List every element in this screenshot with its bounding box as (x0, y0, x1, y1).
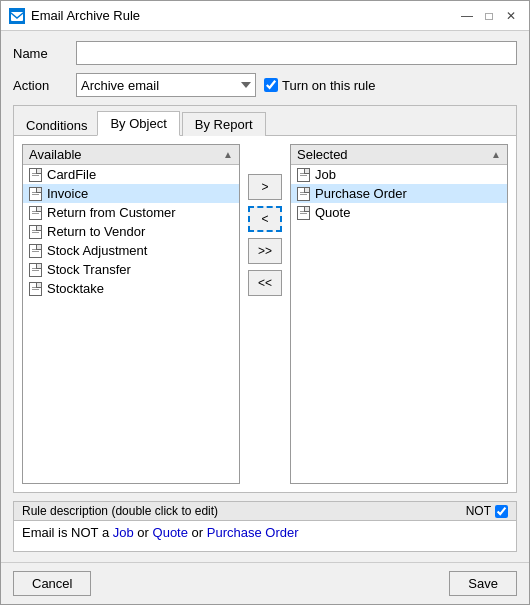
list-item[interactable]: Return to Vendor (23, 222, 239, 241)
selected-header-label: Selected (297, 147, 348, 162)
doc-icon (27, 225, 43, 239)
title-bar: Email Archive Rule — □ ✕ (1, 1, 529, 31)
footer: Cancel Save (1, 562, 529, 604)
tab-by-report[interactable]: By Report (182, 112, 266, 136)
item-label: Quote (315, 205, 350, 220)
main-window: Email Archive Rule — □ ✕ Name Action Arc… (0, 0, 530, 605)
doc-icon (295, 206, 311, 220)
name-input[interactable] (76, 41, 517, 65)
doc-icon (295, 168, 311, 182)
tabs-header: Conditions By Object By Report (14, 106, 516, 136)
doc-icon (27, 187, 43, 201)
app-icon (9, 8, 25, 24)
list-item[interactable]: Quote (291, 203, 507, 222)
move-right-button[interactable]: > (248, 174, 282, 200)
list-item[interactable]: Purchase Order (291, 184, 507, 203)
selected-sort-icon: ▲ (491, 149, 501, 160)
item-label: Return from Customer (47, 205, 176, 220)
item-label: Stock Adjustment (47, 243, 147, 258)
list-item[interactable]: Return from Customer (23, 203, 239, 222)
svg-rect-1 (11, 12, 23, 21)
turn-on-checkbox-label[interactable]: Turn on this rule (264, 78, 375, 93)
move-left-button[interactable]: < (248, 206, 282, 232)
available-panel: Available ▲ CardFile (22, 144, 240, 484)
window-title: Email Archive Rule (31, 8, 457, 23)
window-controls: — □ ✕ (457, 6, 521, 26)
rule-desc-body[interactable]: Email is NOT a Job or Quote or Purchase … (14, 521, 516, 551)
not-checkbox-container: NOT (466, 504, 508, 518)
item-label: Job (315, 167, 336, 182)
action-label: Action (13, 78, 68, 93)
available-header-label: Available (29, 147, 82, 162)
item-label: Stocktake (47, 281, 104, 296)
conditions-label: Conditions (18, 116, 95, 135)
doc-icon (27, 168, 43, 182)
move-all-left-button[interactable]: << (248, 270, 282, 296)
action-row: Action Archive email Delete email Move e… (13, 73, 517, 97)
rule-desc-header: Rule description (double click to edit) … (14, 502, 516, 521)
list-item[interactable]: Invoice (23, 184, 239, 203)
cancel-button[interactable]: Cancel (13, 571, 91, 596)
not-label: NOT (466, 504, 491, 518)
minimize-button[interactable]: — (457, 6, 477, 26)
list-item[interactable]: Stock Adjustment (23, 241, 239, 260)
tab-by-object[interactable]: By Object (97, 111, 179, 136)
item-label: CardFile (47, 167, 96, 182)
tab-content: Available ▲ CardFile (14, 136, 516, 492)
list-item[interactable]: Stock Transfer (23, 260, 239, 279)
not-checkbox[interactable] (495, 505, 508, 518)
transfer-buttons: > < >> << (248, 144, 282, 484)
available-list: CardFile Invoice Return fr (23, 165, 239, 483)
name-row: Name (13, 41, 517, 65)
doc-icon (27, 282, 43, 296)
item-label: Purchase Order (315, 186, 407, 201)
turn-on-checkbox[interactable] (264, 78, 278, 92)
move-all-right-button[interactable]: >> (248, 238, 282, 264)
main-content: Name Action Archive email Delete email M… (1, 31, 529, 562)
doc-icon (27, 263, 43, 277)
list-item[interactable]: Job (291, 165, 507, 184)
list-item[interactable]: CardFile (23, 165, 239, 184)
save-button[interactable]: Save (449, 571, 517, 596)
selected-panel: Selected ▲ Job (290, 144, 508, 484)
available-header: Available ▲ (23, 145, 239, 165)
close-button[interactable]: ✕ (501, 6, 521, 26)
selected-list: Job Purchase Order Quote (291, 165, 507, 483)
rule-desc-text: Email is NOT a Job or Quote or Purchase … (22, 525, 299, 540)
doc-icon (295, 187, 311, 201)
restore-button[interactable]: □ (479, 6, 499, 26)
list-item[interactable]: Stocktake (23, 279, 239, 298)
selected-header: Selected ▲ (291, 145, 507, 165)
rule-desc-header-label: Rule description (double click to edit) (22, 504, 218, 518)
doc-icon (27, 244, 43, 258)
action-select[interactable]: Archive email Delete email Move email (76, 73, 256, 97)
turn-on-label: Turn on this rule (282, 78, 375, 93)
name-label: Name (13, 46, 68, 61)
item-label: Invoice (47, 186, 88, 201)
item-label: Stock Transfer (47, 262, 131, 277)
available-sort-icon: ▲ (223, 149, 233, 160)
item-label: Return to Vendor (47, 224, 145, 239)
rule-description-section: Rule description (double click to edit) … (13, 501, 517, 552)
conditions-section: Conditions By Object By Report Available… (13, 105, 517, 493)
doc-icon (27, 206, 43, 220)
